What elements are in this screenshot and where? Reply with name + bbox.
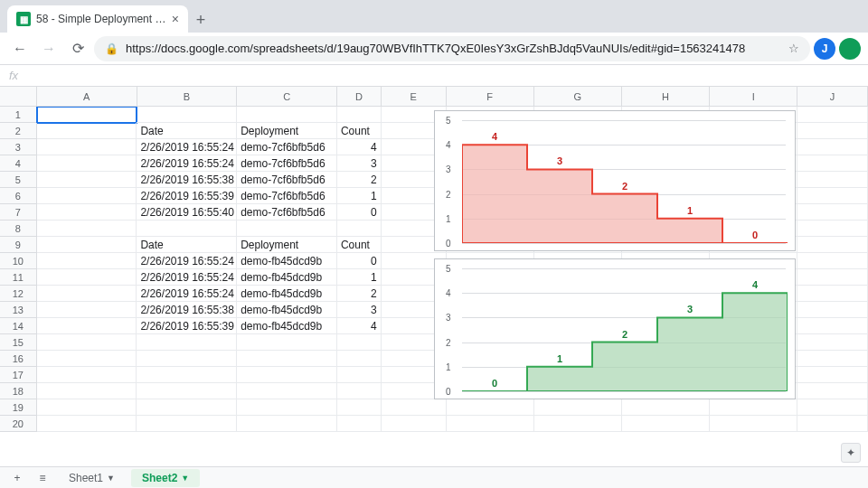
cell-A13[interactable]	[37, 302, 137, 318]
cell-C14[interactable]: demo-fb45dcd9b	[237, 318, 337, 334]
cell-J5[interactable]	[797, 172, 868, 188]
row-header-15[interactable]: 15	[0, 334, 37, 351]
cell-D6[interactable]: 1	[337, 188, 382, 204]
cell-A20[interactable]	[37, 416, 137, 432]
cell-C9[interactable]: Deployment	[237, 237, 337, 253]
cell-D12[interactable]: 2	[337, 286, 382, 302]
explore-button[interactable]: ✦	[841, 443, 861, 463]
new-tab-button[interactable]: +	[188, 7, 213, 33]
cell-B19[interactable]	[137, 399, 237, 416]
column-header-B[interactable]: B	[137, 87, 238, 106]
cell-I19[interactable]	[710, 399, 797, 416]
cell-A14[interactable]	[37, 318, 137, 334]
row-header-5[interactable]: 5	[0, 172, 37, 188]
cell-D16[interactable]	[337, 351, 382, 367]
cell-J16[interactable]	[797, 351, 868, 367]
extension-icon[interactable]	[839, 38, 861, 60]
row-header-20[interactable]: 20	[0, 416, 37, 432]
cell-C12[interactable]: demo-fb45dcd9b	[237, 286, 337, 302]
cell-J20[interactable]	[797, 416, 868, 432]
cell-G20[interactable]	[534, 416, 622, 432]
cell-H19[interactable]	[622, 399, 710, 416]
cell-J6[interactable]	[797, 188, 868, 204]
row-header-14[interactable]: 14	[0, 318, 37, 334]
cell-B3[interactable]: 2/26/2019 16:55:24	[137, 139, 237, 155]
bookmark-star-icon[interactable]: ☆	[788, 42, 799, 55]
cell-B7[interactable]: 2/26/2019 16:55:40	[137, 204, 237, 221]
reload-button[interactable]: ⟳	[65, 36, 90, 61]
cell-D18[interactable]	[337, 383, 382, 399]
cell-J15[interactable]	[797, 334, 868, 351]
cell-A16[interactable]	[37, 351, 137, 367]
back-button[interactable]: ←	[7, 36, 33, 61]
cell-E19[interactable]	[382, 399, 447, 416]
cell-B2[interactable]: Date	[137, 123, 237, 139]
add-sheet-button[interactable]: +	[7, 468, 27, 488]
cell-B20[interactable]	[137, 416, 237, 432]
cell-A12[interactable]	[37, 286, 137, 302]
cell-D15[interactable]	[337, 334, 382, 351]
cell-C4[interactable]: demo-7cf6bfb5d6	[237, 155, 337, 172]
cell-D9[interactable]: Count	[337, 237, 382, 253]
forward-button[interactable]: →	[36, 36, 61, 61]
row-header-6[interactable]: 6	[0, 188, 37, 204]
cell-B13[interactable]: 2/26/2019 16:55:38	[137, 302, 237, 318]
cell-J11[interactable]	[797, 269, 868, 286]
cell-B1[interactable]	[137, 107, 237, 123]
cell-J1[interactable]	[797, 107, 868, 123]
cell-J14[interactable]	[797, 318, 868, 334]
column-header-D[interactable]: D	[337, 87, 382, 106]
cell-D14[interactable]: 4	[337, 318, 382, 334]
cell-C5[interactable]: demo-7cf6bfb5d6	[237, 172, 337, 188]
cell-D11[interactable]: 1	[337, 269, 382, 286]
cell-C6[interactable]: demo-7cf6bfb5d6	[237, 188, 337, 204]
close-tab-icon[interactable]: ×	[172, 12, 179, 26]
cell-A4[interactable]	[37, 155, 137, 172]
row-header-8[interactable]: 8	[0, 221, 37, 237]
cell-A18[interactable]	[37, 383, 137, 399]
cell-B12[interactable]: 2/26/2019 16:55:24	[137, 286, 237, 302]
cell-A7[interactable]	[37, 204, 137, 221]
cell-B5[interactable]: 2/26/2019 16:55:38	[137, 172, 237, 188]
cell-F19[interactable]	[447, 399, 534, 416]
row-header-18[interactable]: 18	[0, 383, 37, 399]
cell-C19[interactable]	[237, 399, 337, 416]
cell-J7[interactable]	[797, 204, 868, 221]
browser-tab[interactable]: ▦ 58 - Simple Deployment Pipeli ×	[7, 5, 188, 33]
cell-A9[interactable]	[37, 237, 137, 253]
row-header-13[interactable]: 13	[0, 302, 37, 318]
cell-J10[interactable]	[797, 253, 868, 269]
cell-B4[interactable]: 2/26/2019 16:55:24	[137, 155, 237, 172]
cell-J2[interactable]	[797, 123, 868, 139]
cell-D4[interactable]: 3	[337, 155, 382, 172]
row-header-2[interactable]: 2	[0, 123, 37, 139]
cell-A3[interactable]	[37, 139, 137, 155]
cell-B8[interactable]	[137, 221, 237, 237]
row-header-7[interactable]: 7	[0, 204, 37, 221]
select-all-cell[interactable]	[0, 87, 37, 106]
cell-B18[interactable]	[137, 383, 237, 399]
column-header-E[interactable]: E	[382, 87, 447, 106]
cell-B11[interactable]: 2/26/2019 16:55:24	[137, 269, 237, 286]
cell-B16[interactable]	[137, 351, 237, 367]
sheet-tab-1[interactable]: Sheet1 ▼	[58, 469, 126, 487]
cell-D1[interactable]	[337, 107, 382, 123]
cell-B6[interactable]: 2/26/2019 16:55:39	[137, 188, 237, 204]
cell-F20[interactable]	[447, 416, 534, 432]
cell-A19[interactable]	[37, 399, 137, 416]
cell-A15[interactable]	[37, 334, 137, 351]
chart[interactable]: 01234543210	[434, 110, 796, 251]
row-header-1[interactable]: 1	[0, 107, 37, 123]
cell-J12[interactable]	[797, 286, 868, 302]
row-header-19[interactable]: 19	[0, 399, 37, 416]
cell-D20[interactable]	[337, 416, 382, 432]
sheet-tab-2[interactable]: Sheet2 ▼	[131, 469, 200, 487]
cell-C15[interactable]	[237, 334, 337, 351]
column-header-C[interactable]: C	[237, 87, 337, 106]
cell-D5[interactable]: 2	[337, 172, 382, 188]
cell-D10[interactable]: 0	[337, 253, 382, 269]
row-header-16[interactable]: 16	[0, 351, 37, 367]
cell-I20[interactable]	[710, 416, 797, 432]
cell-D2[interactable]: Count	[337, 123, 382, 139]
cell-A5[interactable]	[37, 172, 137, 188]
